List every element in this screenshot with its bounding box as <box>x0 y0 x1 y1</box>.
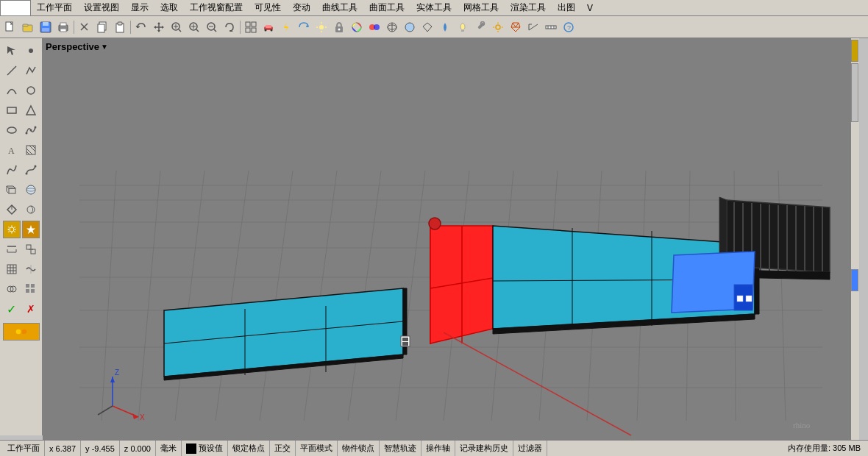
viewport-label[interactable]: Perspective ▼ <box>46 41 108 52</box>
tool-spline[interactable] <box>22 121 40 139</box>
toolbar-pan[interactable] <box>151 19 167 35</box>
svg-rect-72 <box>7 107 16 113</box>
toolbar-wrench[interactable] <box>472 19 488 35</box>
tool-line[interactable] <box>3 62 21 79</box>
svg-point-37 <box>271 29 273 31</box>
tool-box[interactable] <box>3 181 21 199</box>
tool-extrude[interactable] <box>3 201 21 218</box>
tool-polygon[interactable] <box>22 101 40 119</box>
tool-circle[interactable] <box>22 82 40 99</box>
tool-gear2[interactable] <box>3 221 21 238</box>
status-object-snap[interactable]: 物件锁点 <box>338 441 380 456</box>
right-panel-btn2[interactable] <box>851 269 858 291</box>
menu-setview[interactable]: 设置视图 <box>78 0 125 15</box>
status-plane-mode[interactable]: 平面模式 <box>296 441 338 456</box>
toolbar-sphere2[interactable] <box>402 19 418 35</box>
toolbar-rotate2[interactable] <box>296 19 312 35</box>
toolbar-gear[interactable] <box>490 19 506 35</box>
status-filter[interactable]: 过滤器 <box>513 441 547 456</box>
tool-text[interactable]: A <box>3 141 21 159</box>
tool-grid[interactable] <box>3 260 21 278</box>
menu-v[interactable]: V <box>581 0 599 15</box>
tool-array[interactable] <box>22 280 40 298</box>
tool-transform2[interactable] <box>22 241 40 258</box>
menu-select[interactable]: 选取 <box>154 0 184 15</box>
tool-sphere3d[interactable] <box>22 181 40 199</box>
status-history[interactable]: 记录建构历史 <box>455 441 513 456</box>
toolbar-paste[interactable] <box>112 19 128 35</box>
toolbar-new[interactable] <box>2 19 18 35</box>
status-smart-track[interactable]: 智慧轨迹 <box>380 441 421 456</box>
tool-interp[interactable] <box>22 161 40 179</box>
menu-viewport-config[interactable]: 工作视窗配置 <box>184 0 249 15</box>
menu-layout[interactable]: 出图 <box>552 0 581 15</box>
toolbar-print[interactable] <box>55 19 71 35</box>
toolbar-sphere[interactable] <box>384 19 400 35</box>
right-panel-scroll[interactable] <box>851 63 858 122</box>
status-snap-grid[interactable]: 锁定格点 <box>228 441 270 456</box>
toolbar-color2[interactable] <box>366 19 383 35</box>
status-ortho[interactable]: 正交 <box>270 441 296 456</box>
tool-hatch[interactable] <box>22 141 40 159</box>
right-panel-btn1[interactable] <box>851 40 858 62</box>
toolbar: ? <box>0 16 868 38</box>
tool-point[interactable] <box>22 42 40 60</box>
toolbar-bolt[interactable] <box>278 19 294 35</box>
tool-freeform[interactable] <box>3 161 21 179</box>
toolbar-water[interactable] <box>437 19 453 35</box>
toolbar-undo[interactable] <box>133 19 149 35</box>
menu-render-tools[interactable]: 渲染工具 <box>505 0 552 15</box>
menu-solid-tools[interactable]: 实体工具 <box>410 0 458 15</box>
menu-visibility[interactable]: 可见性 <box>249 0 287 15</box>
toolbar-save[interactable] <box>38 19 54 35</box>
status-z: z 0.000 <box>120 441 156 456</box>
tool-polyline[interactable] <box>22 62 40 79</box>
toolbar-diamond[interactable] <box>419 19 435 35</box>
viewport-dropdown-arrow[interactable]: ▼ <box>101 43 108 51</box>
toolbar-zoom-out[interactable] <box>204 19 220 35</box>
viewport-area[interactable]: Perspective ▼ <box>43 38 859 440</box>
status-op-axis[interactable]: 操作轴 <box>421 441 455 456</box>
tool-material[interactable] <box>3 323 40 341</box>
toolbar-open[interactable] <box>20 19 36 35</box>
toolbar-car[interactable] <box>260 19 277 35</box>
toolbar-light[interactable] <box>313 19 330 35</box>
toolbar-lock[interactable] <box>331 19 347 35</box>
toolbar-rotate[interactable] <box>221 19 238 35</box>
tool-arrow[interactable] <box>3 42 21 60</box>
toolbar-zoom-extent[interactable] <box>168 19 185 35</box>
toolbar-badge[interactable] <box>508 19 524 35</box>
scene-canvas[interactable]: Z X rhino <box>43 38 859 440</box>
svg-rect-114 <box>26 289 29 293</box>
menu-standard[interactable]: 标准 <box>0 0 31 15</box>
tool-dim2[interactable] <box>3 241 21 258</box>
toolbar-color1[interactable] <box>349 19 365 35</box>
menu-workplane[interactable]: 工作平面 <box>31 0 78 15</box>
tool-arc[interactable] <box>3 82 21 99</box>
svg-line-81 <box>26 152 29 154</box>
svg-rect-112 <box>26 284 29 288</box>
menu-mesh-tools[interactable]: 网格工具 <box>458 0 505 15</box>
tool-cross[interactable]: ✗ <box>22 300 40 318</box>
tool-check[interactable]: ✓ <box>3 300 21 318</box>
tool-revolve[interactable] <box>22 201 40 218</box>
toolbar-view-toggle[interactable] <box>243 19 259 35</box>
menu-display[interactable]: 显示 <box>125 0 154 15</box>
tool-boolean[interactable] <box>3 280 21 298</box>
tool-trim[interactable] <box>22 260 40 278</box>
menu-surface-tools[interactable]: 曲面工具 <box>363 0 410 15</box>
toolbar-copy[interactable] <box>94 19 110 35</box>
viewport-name: Perspective <box>46 41 99 52</box>
toolbar-dim[interactable] <box>525 19 541 35</box>
menu-curve-tools[interactable]: 曲线工具 <box>316 0 363 15</box>
toolbar-ruler[interactable] <box>543 19 559 35</box>
svg-rect-7 <box>60 23 66 26</box>
tool-rectangle[interactable] <box>3 101 21 119</box>
tool-star[interactable] <box>22 221 40 238</box>
toolbar-bulb[interactable] <box>455 19 471 35</box>
menu-transform[interactable]: 变动 <box>287 0 316 15</box>
toolbar-zoom-in[interactable] <box>186 19 202 35</box>
toolbar-cut[interactable] <box>77 19 93 35</box>
toolbar-help[interactable]: ? <box>561 19 577 35</box>
tool-ellipse[interactable] <box>3 121 21 139</box>
